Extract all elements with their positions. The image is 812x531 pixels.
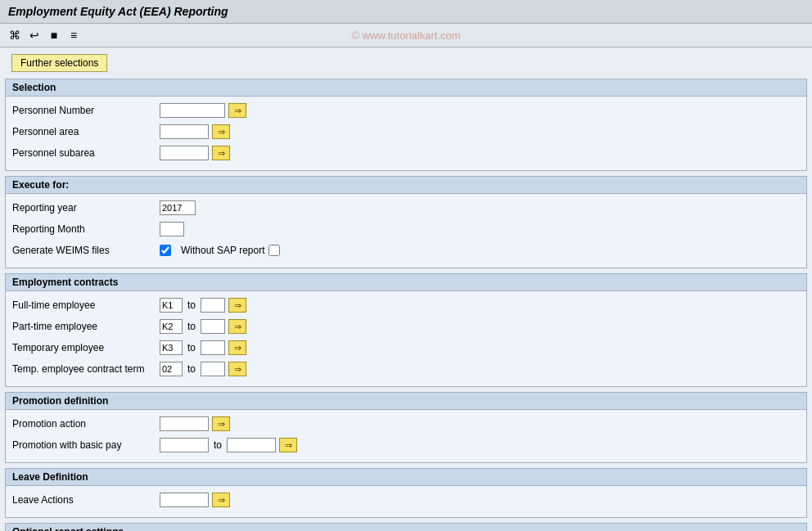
selection-header: Selection [6,79,806,97]
promotion-basic-pay-to-input[interactable] [227,438,276,452]
selection-body: Personnel Number ⇒ Personnel area ⇒ Pers… [6,97,806,170]
personnel-number-input[interactable] [160,103,225,118]
selection-section: Selection Personnel Number ⇒ Personnel a… [5,79,807,171]
leave-actions-label: Leave Actions [12,494,160,506]
toolbar: ⌘ ↩ ■ ≡ © www.tutorialkart.com [0,24,812,47]
promotion-basic-pay-label: Promotion with basic pay [12,439,160,451]
execute-for-body: Reporting year Reporting Month Generate … [6,194,806,268]
employment-contracts-section: Employment contracts Full-time employee … [5,273,807,387]
promotion-basic-pay-input[interactable] [160,438,209,452]
promotion-basic-pay-row: Promotion with basic pay to ⇒ [12,436,800,454]
toolbar-icon-4[interactable]: ≡ [65,27,82,43]
temporary-arrow[interactable]: ⇒ [228,340,246,355]
toolbar-icon-3[interactable]: ■ [46,27,62,43]
reporting-year-row: Reporting year [12,199,800,217]
without-sap-label: Without SAP report [181,245,265,256]
generate-weims-checkbox[interactable] [160,245,171,256]
full-time-label: Full-time employee [12,299,160,311]
promotion-action-label: Promotion action [12,418,160,430]
part-time-to-input[interactable] [201,319,225,334]
optional-report-section: Optional report settings [5,523,807,531]
leave-actions-row: Leave Actions ⇒ [12,491,800,509]
personnel-number-row: Personnel Number ⇒ [12,101,800,119]
personnel-number-label: Personnel Number [12,105,160,116]
promotion-action-row: Promotion action ⇒ [12,415,800,433]
reporting-month-row: Reporting Month [12,220,800,238]
generate-weims-label: Generate WEIMS files [12,245,160,256]
promotion-action-arrow[interactable]: ⇒ [212,416,230,431]
part-time-arrow[interactable]: ⇒ [228,319,246,334]
part-time-label: Part-time employee [12,321,160,332]
generate-weims-row: Generate WEIMS files Without SAP report [12,241,800,259]
title-bar: Employment Equity Act (EEA) Reporting [0,0,812,24]
personnel-area-row: Personnel area ⇒ [12,123,800,141]
without-sap-checkbox[interactable] [268,245,280,256]
personnel-subarea-label: Personnel subarea [12,147,160,159]
full-time-input[interactable] [160,298,183,313]
temp-contract-input[interactable] [160,362,183,376]
toolbar-icon-2[interactable]: ↩ [26,27,43,43]
full-time-arrow[interactable]: ⇒ [228,298,246,313]
promotion-basic-pay-arrow[interactable]: ⇒ [279,438,297,452]
promotion-definition-section: Promotion definition Promotion action ⇒ … [5,392,807,463]
part-time-input[interactable] [160,319,183,334]
page-title: Employment Equity Act (EEA) Reporting [8,5,228,18]
temp-contract-to-input[interactable] [201,362,225,376]
temp-contract-to: to [187,363,196,375]
leave-definition-header: Leave Definition [6,469,806,486]
personnel-subarea-arrow[interactable]: ⇒ [212,146,230,160]
full-time-to-input[interactable] [201,298,225,313]
part-time-row: Part-time employee to ⇒ [12,317,800,335]
toolbar-icon-1[interactable]: ⌘ [7,27,23,43]
employment-contracts-body: Full-time employee to ⇒ Part-time employ… [6,291,806,386]
optional-report-header: Optional report settings [6,524,806,531]
temp-contract-label: Temp. employee contract term [12,363,160,375]
temp-contract-row: Temp. employee contract term to ⇒ [12,360,800,378]
leave-definition-section: Leave Definition Leave Actions ⇒ [5,468,807,518]
promotion-basic-pay-to: to [214,439,222,451]
personnel-number-arrow[interactable]: ⇒ [228,103,246,118]
temporary-to-input[interactable] [201,340,225,355]
watermark: © www.tutorialkart.com [351,29,460,42]
temporary-to: to [187,342,196,353]
personnel-subarea-row: Personnel subarea ⇒ [12,144,800,162]
full-time-row: Full-time employee to ⇒ [12,296,800,314]
leave-definition-body: Leave Actions ⇒ [6,486,806,517]
part-time-to: to [187,321,196,332]
execute-for-header: Execute for: [6,177,806,194]
personnel-subarea-input[interactable] [160,146,209,160]
promotion-action-input[interactable] [160,416,209,431]
execute-for-section: Execute for: Reporting year Reporting Mo… [5,176,807,268]
reporting-year-input[interactable] [160,200,196,215]
promotion-definition-header: Promotion definition [6,393,806,410]
employment-contracts-header: Employment contracts [6,274,806,291]
further-selections-area: Further selections [0,47,812,79]
reporting-month-input[interactable] [160,222,184,236]
leave-actions-input[interactable] [160,493,209,507]
temporary-row: Temporary employee to ⇒ [12,339,800,357]
temporary-input[interactable] [160,340,183,355]
further-selections-button[interactable]: Further selections [11,54,107,72]
full-time-to: to [187,299,196,311]
promotion-definition-body: Promotion action ⇒ Promotion with basic … [6,410,806,462]
reporting-month-label: Reporting Month [12,223,160,235]
leave-actions-arrow[interactable]: ⇒ [212,493,230,507]
personnel-area-label: Personnel area [12,126,160,137]
temporary-label: Temporary employee [12,342,160,353]
personnel-area-input[interactable] [160,124,209,139]
reporting-year-label: Reporting year [12,202,160,214]
temp-contract-arrow[interactable]: ⇒ [228,362,246,376]
personnel-area-arrow[interactable]: ⇒ [212,124,230,139]
